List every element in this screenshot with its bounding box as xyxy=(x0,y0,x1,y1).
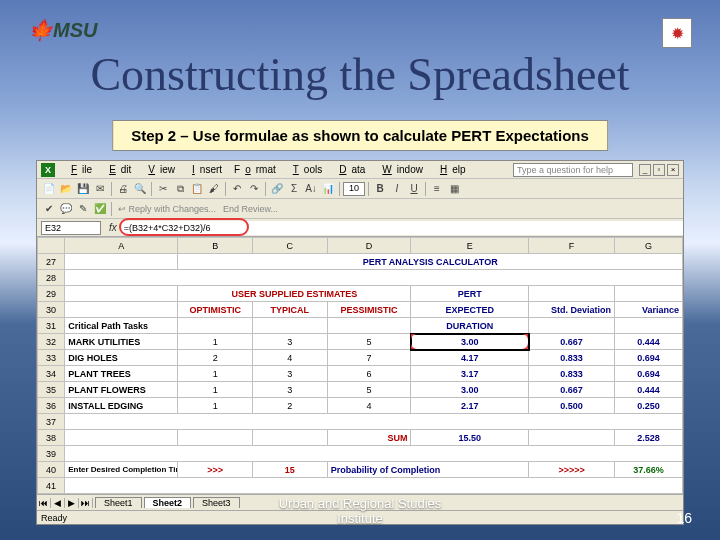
menu-bar: X File Edit View Insert Format Tools Dat… xyxy=(37,161,683,179)
col-g[interactable]: G xyxy=(615,238,683,254)
menu-insert[interactable]: Insert xyxy=(182,162,227,177)
selected-cell[interactable]: 3.00 xyxy=(411,334,529,350)
name-box[interactable]: E32 xyxy=(41,221,101,235)
new-icon[interactable]: 📄 xyxy=(41,181,57,197)
italic-button[interactable]: I xyxy=(389,181,405,197)
preview-icon[interactable]: 🔍 xyxy=(132,181,148,197)
help-search-input[interactable]: Type a question for help xyxy=(513,163,633,177)
format-painter-icon[interactable]: 🖌 xyxy=(206,181,222,197)
mail-icon[interactable]: ✉ xyxy=(92,181,108,197)
user-estimates-header: USER SUPPLIED ESTIMATES xyxy=(178,286,411,302)
accept-icon[interactable]: ✅ xyxy=(92,201,108,217)
link-icon[interactable]: 🔗 xyxy=(269,181,285,197)
tab-prev-icon[interactable]: ◀ xyxy=(51,498,65,508)
completion-input[interactable]: 15 xyxy=(252,462,327,478)
tab-sheet1[interactable]: Sheet1 xyxy=(95,497,142,508)
sum-label: SUM xyxy=(327,430,411,446)
menu-tools[interactable]: Tools xyxy=(283,162,327,177)
formula-text: =(B32+4*C32+D32)/6 xyxy=(124,223,211,233)
save-icon[interactable]: 💾 xyxy=(75,181,91,197)
col-d[interactable]: D xyxy=(327,238,411,254)
undo-icon[interactable]: ↶ xyxy=(229,181,245,197)
redo-icon[interactable]: ↷ xyxy=(246,181,262,197)
end-review-button[interactable]: End Review... xyxy=(220,204,281,214)
slide-subtitle: Step 2 – Use formulae as shown to calcul… xyxy=(112,120,608,151)
sum-variance[interactable]: 2.528 xyxy=(615,430,683,446)
reply-changes-button[interactable]: ↩ Reply with Changes... xyxy=(115,204,219,214)
tab-first-icon[interactable]: ⏮ xyxy=(37,498,51,508)
corner-logo: ✹ xyxy=(662,18,692,48)
cut-icon[interactable]: ✂ xyxy=(155,181,171,197)
track-icon[interactable]: ✎ xyxy=(75,201,91,217)
calc-title: PERT ANALYSIS CALCULATOR xyxy=(178,254,683,270)
completion-label: Enter Desired Completion Time xyxy=(65,462,178,478)
chart-icon[interactable]: 📊 xyxy=(320,181,336,197)
tab-sheet3[interactable]: Sheet3 xyxy=(193,497,240,508)
menu-file[interactable]: File xyxy=(61,162,97,177)
col-b[interactable]: B xyxy=(178,238,253,254)
sort-asc-icon[interactable]: A↓ xyxy=(303,181,319,197)
menu-window[interactable]: Window xyxy=(372,162,428,177)
bold-button[interactable]: B xyxy=(372,181,388,197)
underline-button[interactable]: U xyxy=(406,181,422,197)
fill-color-icon[interactable]: ▦ xyxy=(446,181,462,197)
print-icon[interactable]: 🖨 xyxy=(115,181,131,197)
col-a[interactable]: A xyxy=(65,238,178,254)
menu-data[interactable]: Data xyxy=(329,162,370,177)
menu-view[interactable]: View xyxy=(138,162,180,177)
col-f[interactable]: F xyxy=(529,238,615,254)
menu-format[interactable]: Format xyxy=(229,162,281,177)
table-row: 35PLANT FLOWERS1353.000.6670.444 xyxy=(38,382,683,398)
menu-help[interactable]: Help xyxy=(430,162,471,177)
formula-input[interactable]: =(B32+4*C32+D32)/6 xyxy=(121,221,683,235)
table-row: 33DIG HOLES2474.170.8330.694 xyxy=(38,350,683,366)
sum-expected[interactable]: 15.50 xyxy=(411,430,529,446)
menu-edit[interactable]: Edit xyxy=(99,162,136,177)
comment-icon[interactable]: 💬 xyxy=(58,201,74,217)
align-left-icon[interactable]: ≡ xyxy=(429,181,445,197)
page-number: 16 xyxy=(676,510,692,526)
sum-icon[interactable]: Σ xyxy=(286,181,302,197)
open-icon[interactable]: 📂 xyxy=(58,181,74,197)
col-e[interactable]: E xyxy=(411,238,529,254)
formula-bar: E32 fx =(B32+4*C32+D32)/6 xyxy=(37,219,683,237)
excel-icon: X xyxy=(41,163,55,177)
table-row: 32MARK UTILITIES1353.000.6670.444 xyxy=(38,334,683,350)
excel-window: X File Edit View Insert Format Tools Dat… xyxy=(36,160,684,525)
slide-footer: Urban and Regional StudiesInstitute xyxy=(279,496,442,526)
font-size-selector[interactable]: 10 xyxy=(343,182,365,196)
prob-value[interactable]: 37.66% xyxy=(615,462,683,478)
spreadsheet-grid[interactable]: A B C D E F G 27PERT ANALYSIS CALCULATOR… xyxy=(37,237,683,494)
table-row: 36INSTALL EDGING1242.170.5000.250 xyxy=(38,398,683,414)
paste-icon[interactable]: 📋 xyxy=(189,181,205,197)
copy-icon[interactable]: ⧉ xyxy=(172,181,188,197)
column-headers: A B C D E F G xyxy=(38,238,683,254)
standard-toolbar: 📄 📂 💾 ✉ 🖨 🔍 ✂ ⧉ 📋 🖌 ↶ ↷ 🔗 Σ A↓ 📊 10 B I xyxy=(37,179,683,199)
close-button[interactable]: × xyxy=(667,164,679,176)
minimize-button[interactable]: _ xyxy=(639,164,651,176)
msu-logo: 🍁MSU xyxy=(28,18,97,42)
critical-path-header: Critical Path Tasks xyxy=(65,318,178,334)
slide-title: Constructing the Spreadsheet xyxy=(0,48,720,101)
spell-icon[interactable]: ✔ xyxy=(41,201,57,217)
fx-icon[interactable]: fx xyxy=(105,222,121,233)
table-row: 34PLANT TREES1363.170.8330.694 xyxy=(38,366,683,382)
reviewing-toolbar: ✔ 💬 ✎ ✅ ↩ Reply with Changes... End Revi… xyxy=(37,199,683,219)
tab-last-icon[interactable]: ⏭ xyxy=(79,498,93,508)
restore-button[interactable]: ▫ xyxy=(653,164,665,176)
col-c[interactable]: C xyxy=(252,238,327,254)
tab-sheet2[interactable]: Sheet2 xyxy=(144,497,192,508)
prob-label: Probability of Completion xyxy=(327,462,528,478)
tab-next-icon[interactable]: ▶ xyxy=(65,498,79,508)
